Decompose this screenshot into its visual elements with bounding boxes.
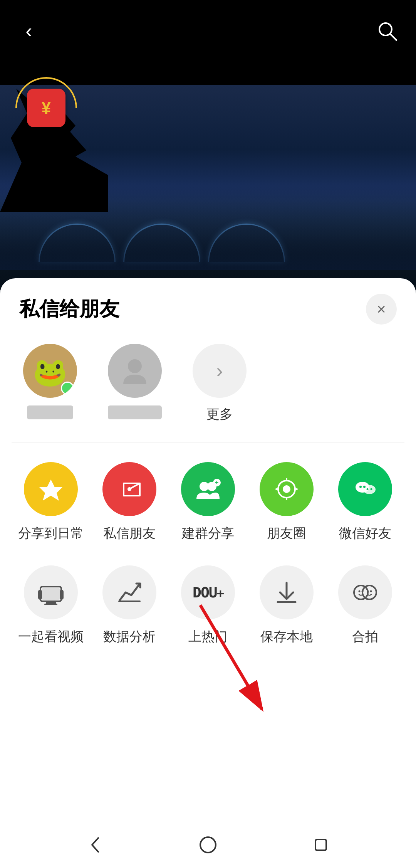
svg-rect-41 [315, 839, 326, 850]
moments-icon [260, 462, 314, 516]
action-duet[interactable]: 合拍 [326, 565, 404, 646]
moments-label: 朋友圈 [267, 525, 306, 542]
share-panel: 私信给朋友 × 🐸 › 更多 [0, 278, 416, 868]
friend-avatar-2 [108, 344, 162, 398]
group-share-icon: + [181, 462, 235, 516]
red-packet[interactable] [15, 77, 77, 139]
svg-point-33 [362, 585, 376, 599]
search-icon [376, 20, 398, 42]
friends-row: 🐸 › 更多 [0, 340, 416, 442]
action-data-analysis[interactable]: 数据分析 [90, 565, 169, 646]
save-local-label: 保存本地 [260, 628, 313, 646]
friend-name-1 [27, 405, 73, 419]
friend-avatar-1: 🐸 [23, 344, 77, 398]
svg-text:+: + [215, 479, 218, 486]
share-daily-label: 分享到日常 [18, 525, 84, 542]
friend-name-2 [108, 405, 162, 419]
wechat-icon [338, 462, 392, 516]
android-home-button[interactable] [193, 829, 223, 860]
svg-point-36 [367, 590, 369, 592]
svg-marker-3 [39, 479, 62, 501]
search-button[interactable] [374, 17, 401, 44]
save-local-icon [260, 565, 314, 619]
private-msg-icon [102, 462, 156, 516]
duet-icon [338, 565, 392, 619]
divider [12, 442, 404, 443]
android-home-icon [198, 835, 218, 855]
action-grid: 分享到日常 私信朋友 + [0, 462, 416, 665]
svg-point-22 [371, 488, 372, 490]
android-recent-icon [311, 835, 331, 855]
svg-rect-27 [38, 590, 42, 600]
more-friends-button[interactable]: › [193, 344, 247, 398]
douo-text: DOU+ [193, 584, 223, 601]
svg-line-1 [390, 34, 396, 40]
duet-label: 合拍 [352, 628, 378, 646]
bridge-lights [0, 224, 416, 270]
friend-item-more[interactable]: › 更多 [189, 344, 250, 423]
svg-point-35 [362, 590, 364, 592]
action-watch-together[interactable]: 一起看视频 [12, 565, 90, 646]
hot-label: 上热门 [188, 628, 228, 646]
svg-rect-28 [60, 590, 64, 600]
action-hot[interactable]: DOU+ 上热门 [169, 565, 247, 646]
svg-rect-26 [44, 604, 57, 605]
android-recent-button[interactable] [305, 829, 336, 860]
data-analysis-icon [102, 565, 156, 619]
private-msg-label: 私信朋友 [103, 525, 156, 542]
action-wechat[interactable]: 微信好友 [326, 462, 404, 542]
wechat-label: 微信好友 [339, 525, 391, 542]
android-nav-bar [0, 822, 416, 868]
action-save-local[interactable]: 保存本地 [247, 565, 326, 646]
close-icon: × [377, 301, 386, 318]
friend-item-1[interactable]: 🐸 [19, 344, 81, 419]
android-back-icon [85, 835, 105, 855]
more-label: 更多 [206, 405, 233, 423]
person-icon-2 [119, 355, 150, 386]
close-button[interactable]: × [366, 294, 397, 325]
action-moments[interactable]: 朋友圈 [247, 462, 326, 542]
svg-point-12 [283, 485, 290, 493]
android-back-button[interactable] [80, 829, 111, 860]
hot-icon: DOU+ [181, 565, 235, 619]
share-panel-header: 私信给朋友 × [0, 294, 416, 340]
action-share-daily[interactable]: 分享到日常 [12, 462, 90, 542]
back-button[interactable]: ‹ [15, 17, 42, 44]
group-share-label: 建群分享 [182, 525, 234, 542]
svg-point-40 [200, 837, 216, 853]
watch-together-label: 一起看视频 [18, 628, 84, 646]
red-packet-icon [27, 89, 65, 127]
svg-point-21 [367, 488, 369, 490]
action-private-msg[interactable]: 私信朋友 [90, 462, 169, 542]
friend-item-2[interactable] [104, 344, 166, 419]
top-nav: ‹ [0, 0, 416, 46]
svg-point-37 [370, 590, 372, 592]
svg-rect-24 [42, 588, 60, 600]
svg-point-32 [354, 585, 368, 599]
svg-point-19 [359, 486, 362, 488]
share-daily-icon [24, 462, 78, 516]
svg-point-2 [128, 359, 142, 373]
svg-point-20 [363, 486, 366, 488]
action-group-share[interactable]: + 建群分享 [169, 462, 247, 542]
svg-rect-25 [46, 601, 56, 604]
data-analysis-label: 数据分析 [103, 628, 156, 646]
watch-together-icon [24, 565, 78, 619]
back-icon: ‹ [25, 21, 32, 41]
svg-point-34 [359, 590, 361, 592]
share-panel-title: 私信给朋友 [19, 296, 119, 323]
